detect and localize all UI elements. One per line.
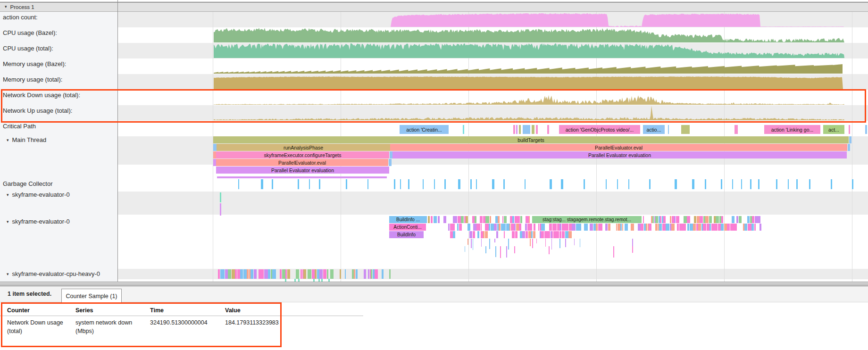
skyframe-span[interactable]	[663, 216, 666, 223]
gc-tick[interactable]	[721, 179, 722, 189]
collapse-icon[interactable]: ▾	[5, 4, 7, 9]
skyframe-span[interactable]	[544, 231, 548, 238]
skyframe-span[interactable]	[631, 224, 634, 231]
skyframe-span[interactable]	[515, 231, 517, 238]
skyframe-span[interactable]: BuildInfo	[389, 231, 424, 238]
gc-tick[interactable]	[476, 179, 477, 189]
skyframe-span[interactable]	[268, 269, 270, 279]
skyframe-span[interactable]	[467, 224, 470, 231]
skyframe-span[interactable]	[679, 224, 683, 231]
skyframe-span[interactable]	[677, 224, 679, 231]
skyframe-span[interactable]	[262, 269, 264, 279]
skyframe-span[interactable]	[618, 224, 620, 231]
skyframe-span[interactable]	[438, 216, 440, 223]
skyframe-span[interactable]	[485, 224, 489, 231]
skyframe-span[interactable]	[530, 239, 531, 246]
skyframe-span[interactable]	[500, 246, 501, 258]
skyframe-span[interactable]	[541, 224, 545, 231]
main-thread-span[interactable]: runAnalysisPhase	[217, 144, 390, 151]
skyframe-span[interactable]	[697, 216, 700, 223]
skyframe-span[interactable]	[481, 231, 483, 238]
gc-tick[interactable]	[705, 179, 706, 189]
column-divider[interactable]	[117, 0, 118, 282]
skyframe-span[interactable]	[732, 216, 734, 223]
counter-chart-network[interactable]	[118, 106, 868, 120]
skyframe-span[interactable]	[625, 224, 628, 231]
skyframe-span[interactable]	[303, 269, 306, 279]
skyframe-span[interactable]	[364, 269, 366, 279]
skyframe-span[interactable]	[683, 224, 686, 231]
skyframe-span[interactable]	[759, 216, 760, 223]
skyframe-span[interactable]	[522, 231, 525, 238]
process-header[interactable]: ▾ Process 1	[0, 2, 868, 12]
skyframe-span[interactable]	[495, 246, 496, 257]
main-thread-span[interactable]: buildTargets	[213, 136, 849, 143]
skyframe-span[interactable]	[700, 216, 703, 223]
skyframe-span[interactable]	[703, 216, 705, 223]
skyframe-span[interactable]	[431, 216, 433, 223]
skyframe-span[interactable]	[721, 216, 723, 223]
skyframe-span[interactable]	[477, 231, 479, 238]
collapse-icon[interactable]: ▾	[7, 218, 9, 225]
skyframe-span[interactable]	[569, 224, 572, 231]
skyframe-span[interactable]	[218, 269, 220, 279]
skyframe-span[interactable]	[751, 224, 754, 231]
skyframe-span[interactable]	[684, 216, 687, 223]
skyframe-span[interactable]: BuildInfo ...	[389, 216, 427, 223]
gc-tick[interactable]	[809, 179, 810, 189]
skyframe-span[interactable]	[240, 269, 243, 279]
skyframe-span[interactable]	[489, 239, 490, 249]
skyframe-span[interactable]	[308, 269, 311, 279]
main-thread-span[interactable]	[217, 176, 387, 178]
skyframe-span[interactable]	[506, 224, 509, 231]
skyframe-span[interactable]	[709, 216, 712, 223]
skyframe-span[interactable]	[690, 224, 693, 231]
skyframe-span[interactable]: ActionConti...	[389, 224, 426, 231]
skyframe-span[interactable]	[264, 269, 268, 279]
skyframe-span[interactable]	[687, 216, 690, 223]
skyframe-span[interactable]	[434, 216, 437, 223]
skyframe-span[interactable]	[553, 231, 556, 238]
skyframe-span[interactable]	[536, 239, 537, 243]
skyframe-span[interactable]	[671, 224, 675, 231]
skyframe-span[interactable]	[605, 224, 608, 231]
skyframe-span[interactable]	[503, 224, 506, 231]
skyframe-span[interactable]	[495, 216, 498, 223]
gc-tick[interactable]	[503, 179, 505, 189]
gc-tick[interactable]	[525, 179, 526, 189]
skyframe-span[interactable]	[672, 216, 674, 223]
gc-tick[interactable]	[400, 179, 401, 189]
track-critical-path[interactable]: Critical Path	[0, 123, 116, 130]
skyframe-span[interactable]	[225, 269, 228, 279]
skyframe-span[interactable]	[693, 224, 696, 231]
main-thread-span[interactable]: ParallelEvaluator.eval	[216, 159, 388, 166]
skyframe-span[interactable]	[317, 269, 319, 279]
skyframe-span[interactable]	[485, 246, 486, 253]
gc-tick[interactable]	[261, 179, 263, 189]
skyframe-span[interactable]	[232, 269, 235, 279]
skyframe-span[interactable]	[719, 216, 721, 223]
gc-tick[interactable]	[758, 179, 760, 189]
track-main-thread[interactable]: ▾Main Thread	[0, 137, 116, 144]
main-thread-span[interactable]	[848, 144, 850, 151]
main-thread-span[interactable]	[213, 144, 217, 151]
skyframe-span[interactable]	[608, 224, 610, 231]
skyframe-span[interactable]	[312, 269, 315, 279]
skyframe-span[interactable]	[744, 224, 747, 231]
critical-path-segment[interactable]: act...	[823, 125, 844, 134]
skyframe-span[interactable]	[473, 239, 473, 250]
skyframe-span[interactable]	[467, 239, 468, 245]
skyframe-span[interactable]	[748, 224, 751, 231]
skyframe-span[interactable]	[345, 269, 346, 279]
skyframe-span[interactable]	[428, 216, 430, 223]
skyframe-span[interactable]	[666, 224, 669, 231]
skyframe-span[interactable]	[552, 224, 556, 231]
skyframe-span[interactable]	[696, 224, 698, 231]
skyframe-span[interactable]	[528, 231, 531, 238]
gc-tick[interactable]	[458, 179, 460, 189]
skyframe-span[interactable]	[687, 224, 689, 231]
gc-tick[interactable]	[617, 179, 618, 189]
gc-tick[interactable]	[309, 179, 310, 189]
skyframe-span[interactable]	[375, 269, 378, 279]
gc-tick[interactable]	[776, 179, 777, 189]
